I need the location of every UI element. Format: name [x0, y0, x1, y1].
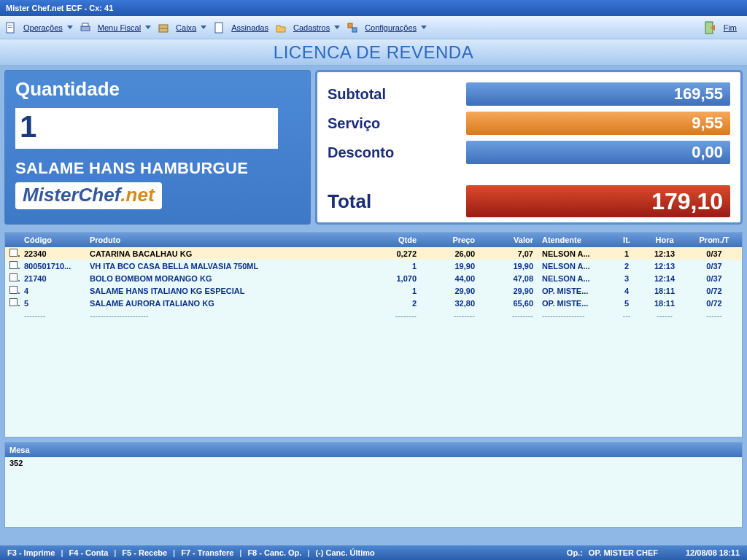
menu-fim[interactable]: Fim	[718, 21, 743, 34]
window-title: Mister Chef.net ECF - Cx: 41	[6, 4, 113, 12]
desconto-label: Desconto	[328, 144, 466, 161]
hint-f4: F4 - Conta	[66, 548, 111, 557]
total-label: Total	[328, 190, 466, 213]
hint-f8: F8 - Canc. Op.	[244, 548, 304, 557]
items-grid: Código Produto Qtde Preço Valor Atendent…	[4, 232, 743, 438]
status-op-value: OP. MISTER CHEF	[586, 548, 661, 557]
table-row[interactable]: 5SALAME AURORA ITALIANO KG232,8065,60OP.…	[5, 297, 742, 309]
chevron-down-icon	[421, 26, 427, 29]
mesa-grid: Mesa 352	[4, 442, 743, 528]
hint-canc: (-) Canc. Último	[312, 548, 377, 557]
mesa-body[interactable]: 352	[5, 457, 742, 527]
banner: LICENCA DE REVENDA	[0, 39, 747, 66]
subtotal-value: 169,55	[466, 82, 730, 106]
table-row[interactable]: 22340CATARINA BACALHAU KG0,27226,007,07N…	[5, 247, 742, 260]
table-row[interactable]: 4SALAME HANS ITALIANO KG ESPECIAL129,902…	[5, 284, 742, 297]
table-row-separator: ----------------------------------------…	[5, 309, 742, 322]
row-checkbox[interactable]	[9, 273, 18, 281]
statusbar: F3 - Imprime| F4 - Conta| F5 - Recebe| F…	[0, 545, 747, 560]
exit-icon[interactable]	[705, 21, 718, 34]
mesa-header: Mesa	[5, 443, 742, 457]
hint-f7: F7 - Transfere	[178, 548, 236, 557]
chevron-down-icon	[67, 26, 73, 29]
grid-body[interactable]: 22340CATARINA BACALHAU KG0,27226,007,07N…	[5, 247, 742, 437]
svg-rect-3	[81, 26, 90, 31]
menu-fiscal[interactable]: Menu Fiscal	[92, 21, 157, 34]
col-produto[interactable]: Produto	[85, 236, 370, 244]
document-icon	[4, 21, 18, 34]
status-op-label: Op.:	[564, 548, 586, 557]
grid-header: Código Produto Qtde Preço Valor Atendent…	[5, 233, 742, 247]
quantity-label: Quantidade	[15, 78, 300, 101]
svg-rect-4	[82, 23, 88, 26]
chevron-down-icon	[201, 26, 206, 29]
current-item-name: SALAME HANS HAMBURGUE	[15, 159, 300, 178]
row-checkbox[interactable]	[9, 249, 18, 257]
titlebar: Mister Chef.net ECF - Cx: 41	[0, 0, 747, 16]
col-valor[interactable]: Valor	[479, 236, 538, 244]
box-icon	[157, 21, 170, 34]
menubar: Operações Menu Fiscal Caixa Assinadas Ca…	[0, 16, 747, 39]
col-atendente[interactable]: Atendente	[538, 236, 611, 244]
col-mesa[interactable]: Mesa	[5, 446, 34, 454]
brand-logo: MisterChef.net	[15, 182, 162, 209]
desconto-value: 0,00	[466, 141, 730, 164]
folder-icon	[274, 21, 287, 34]
col-hora[interactable]: Hora	[643, 236, 686, 244]
page-icon	[212, 21, 225, 34]
total-value: 179,10	[466, 185, 730, 217]
col-codigo[interactable]: Código	[20, 236, 85, 244]
row-checkbox[interactable]	[9, 261, 18, 269]
tools-icon	[346, 21, 359, 34]
row-checkbox[interactable]	[9, 298, 18, 306]
servico-label: Serviço	[328, 115, 466, 132]
quantity-input[interactable]: 1	[15, 108, 278, 149]
row-checkbox[interactable]	[9, 286, 18, 294]
svg-rect-2	[8, 27, 12, 28]
menu-cadastros[interactable]: Cadastros	[287, 21, 346, 34]
svg-rect-7	[215, 23, 222, 33]
col-it[interactable]: It.	[611, 236, 643, 244]
status-datetime: 12/08/08 18:11	[683, 548, 743, 557]
subtotal-label: Subtotal	[328, 86, 466, 103]
hint-f5: F5 - Recebe	[119, 548, 170, 557]
table-row[interactable]: 800501710...VH ITA BCO CASA BELLA MALVAS…	[5, 260, 742, 272]
svg-rect-9	[352, 28, 357, 32]
banner-text: LICENCA DE REVENDA	[274, 42, 473, 63]
col-preco[interactable]: Preço	[421, 236, 479, 244]
menu-caixa[interactable]: Caixa	[170, 21, 212, 34]
chevron-down-icon	[334, 26, 340, 29]
table-row[interactable]: 21740BOLO BOMBOM MORANGO KG1,07044,0047,…	[5, 272, 742, 284]
svg-rect-1	[8, 25, 12, 26]
printer-icon[interactable]	[79, 21, 92, 34]
mesa-value: 352	[9, 459, 23, 467]
menu-config[interactable]: Configurações	[359, 21, 433, 34]
col-qtde[interactable]: Qtde	[370, 236, 421, 244]
quantity-panel: Quantidade 1 SALAME HANS HAMBURGUE Miste…	[4, 70, 311, 225]
svg-rect-8	[348, 23, 352, 28]
col-prom[interactable]: Prom./T	[686, 236, 742, 244]
menu-operacoes[interactable]: Operações	[18, 21, 79, 34]
hint-f3: F3 - Imprime	[4, 548, 58, 557]
chevron-down-icon	[145, 26, 151, 29]
totals-panel: Subtotal 169,55 Serviço 9,55 Desconto 0,…	[315, 70, 743, 225]
menu-assinadas[interactable]: Assinadas	[225, 21, 274, 34]
servico-value: 9,55	[466, 112, 730, 135]
